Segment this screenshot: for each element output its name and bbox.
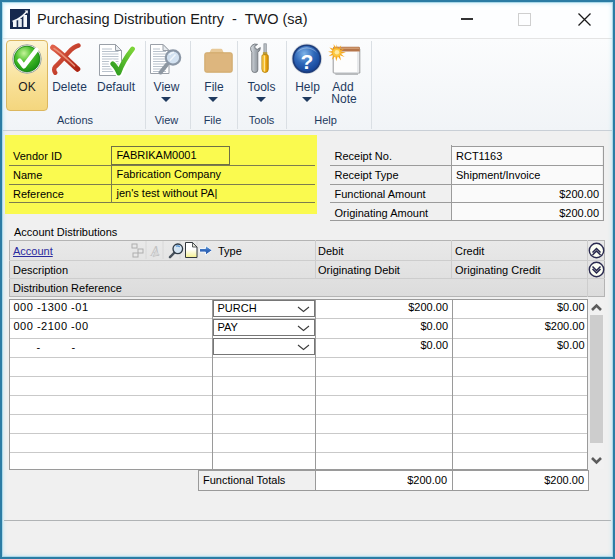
svg-text:?: ? xyxy=(301,50,314,73)
